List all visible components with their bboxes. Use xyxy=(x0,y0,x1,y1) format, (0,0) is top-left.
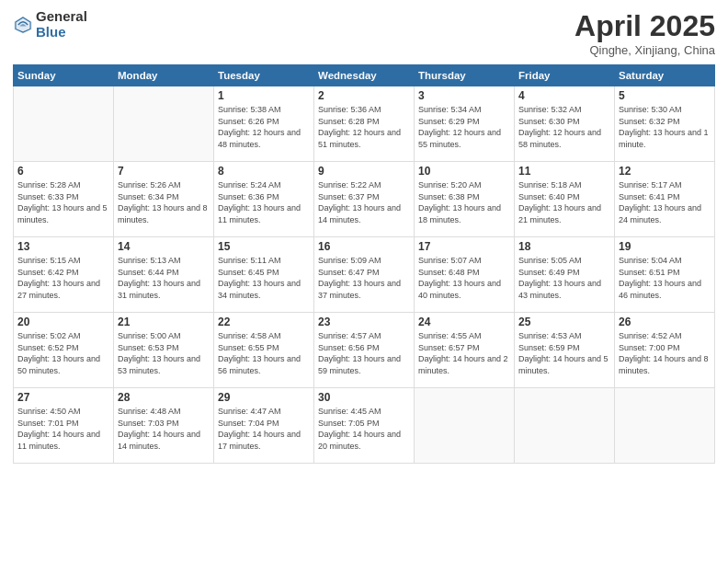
header: General Blue April 2025 Qinghe, Xinjiang… xyxy=(13,9,715,57)
calendar-cell: 24Sunrise: 4:55 AM Sunset: 6:57 PM Dayli… xyxy=(415,313,515,388)
day-number: 11 xyxy=(518,165,610,178)
day-info: Sunrise: 4:55 AM Sunset: 6:57 PM Dayligh… xyxy=(418,330,510,376)
weekday-header: Saturday xyxy=(615,65,715,86)
logo-text: General Blue xyxy=(36,9,87,40)
calendar-cell: 27Sunrise: 4:50 AM Sunset: 7:01 PM Dayli… xyxy=(14,388,114,464)
weekday-header: Sunday xyxy=(14,65,114,86)
calendar-cell: 13Sunrise: 5:15 AM Sunset: 6:42 PM Dayli… xyxy=(14,237,114,313)
calendar-cell: 1Sunrise: 5:38 AM Sunset: 6:26 PM Daylig… xyxy=(214,86,314,162)
day-number: 4 xyxy=(518,89,610,102)
calendar-cell xyxy=(615,388,715,464)
calendar-cell: 22Sunrise: 4:58 AM Sunset: 6:55 PM Dayli… xyxy=(214,313,314,388)
day-number: 22 xyxy=(218,316,310,328)
day-info: Sunrise: 5:26 AM Sunset: 6:34 PM Dayligh… xyxy=(118,179,210,225)
day-number: 7 xyxy=(118,165,210,178)
calendar-cell xyxy=(114,86,214,162)
calendar-cell: 8Sunrise: 5:24 AM Sunset: 6:36 PM Daylig… xyxy=(214,162,314,237)
calendar-cell: 18Sunrise: 5:05 AM Sunset: 6:49 PM Dayli… xyxy=(515,237,615,313)
day-number: 5 xyxy=(619,89,711,102)
day-info: Sunrise: 5:00 AM Sunset: 6:53 PM Dayligh… xyxy=(118,330,210,376)
day-info: Sunrise: 5:36 AM Sunset: 6:28 PM Dayligh… xyxy=(318,104,410,150)
calendar-cell: 9Sunrise: 5:22 AM Sunset: 6:37 PM Daylig… xyxy=(314,162,415,237)
calendar-cell: 28Sunrise: 4:48 AM Sunset: 7:03 PM Dayli… xyxy=(114,388,214,464)
day-info: Sunrise: 5:17 AM Sunset: 6:41 PM Dayligh… xyxy=(619,179,711,225)
day-number: 18 xyxy=(518,240,610,253)
calendar-cell: 15Sunrise: 5:11 AM Sunset: 6:45 PM Dayli… xyxy=(214,237,314,313)
day-info: Sunrise: 4:47 AM Sunset: 7:04 PM Dayligh… xyxy=(218,406,310,452)
calendar-cell: 2Sunrise: 5:36 AM Sunset: 6:28 PM Daylig… xyxy=(314,86,415,162)
calendar-cell: 25Sunrise: 4:53 AM Sunset: 6:59 PM Dayli… xyxy=(515,313,615,388)
calendar-cell: 10Sunrise: 5:20 AM Sunset: 6:38 PM Dayli… xyxy=(415,162,515,237)
day-info: Sunrise: 5:02 AM Sunset: 6:52 PM Dayligh… xyxy=(17,330,109,376)
day-info: Sunrise: 5:05 AM Sunset: 6:49 PM Dayligh… xyxy=(518,255,610,301)
logo: General Blue xyxy=(13,9,87,40)
calendar-table: SundayMondayTuesdayWednesdayThursdayFrid… xyxy=(13,64,715,464)
calendar-week-row: 13Sunrise: 5:15 AM Sunset: 6:42 PM Dayli… xyxy=(14,237,715,313)
day-number: 26 xyxy=(619,316,711,328)
day-number: 14 xyxy=(118,240,210,253)
day-number: 20 xyxy=(17,316,109,328)
calendar-cell: 23Sunrise: 4:57 AM Sunset: 6:56 PM Dayli… xyxy=(314,313,415,388)
day-number: 27 xyxy=(17,391,109,404)
calendar-cell: 26Sunrise: 4:52 AM Sunset: 7:00 PM Dayli… xyxy=(615,313,715,388)
day-info: Sunrise: 5:22 AM Sunset: 6:37 PM Dayligh… xyxy=(318,179,410,225)
day-info: Sunrise: 5:38 AM Sunset: 6:26 PM Dayligh… xyxy=(218,104,310,150)
calendar-cell: 6Sunrise: 5:28 AM Sunset: 6:33 PM Daylig… xyxy=(14,162,114,237)
day-info: Sunrise: 5:18 AM Sunset: 6:40 PM Dayligh… xyxy=(518,179,610,225)
day-number: 15 xyxy=(218,240,310,253)
day-number: 3 xyxy=(418,89,510,102)
day-info: Sunrise: 5:28 AM Sunset: 6:33 PM Dayligh… xyxy=(17,179,109,225)
day-info: Sunrise: 4:58 AM Sunset: 6:55 PM Dayligh… xyxy=(218,330,310,376)
calendar-cell: 7Sunrise: 5:26 AM Sunset: 6:34 PM Daylig… xyxy=(114,162,214,237)
day-info: Sunrise: 4:45 AM Sunset: 7:05 PM Dayligh… xyxy=(318,406,410,452)
day-info: Sunrise: 5:20 AM Sunset: 6:38 PM Dayligh… xyxy=(418,179,510,225)
title-month: April 2025 xyxy=(574,9,715,43)
day-number: 13 xyxy=(17,240,109,253)
day-number: 2 xyxy=(318,89,410,102)
weekday-header: Friday xyxy=(515,65,615,86)
weekday-header: Wednesday xyxy=(314,65,415,86)
calendar-header-row: SundayMondayTuesdayWednesdayThursdayFrid… xyxy=(14,65,715,86)
calendar-week-row: 6Sunrise: 5:28 AM Sunset: 6:33 PM Daylig… xyxy=(14,162,715,237)
day-info: Sunrise: 5:11 AM Sunset: 6:45 PM Dayligh… xyxy=(218,255,310,301)
day-info: Sunrise: 5:09 AM Sunset: 6:47 PM Dayligh… xyxy=(318,255,410,301)
day-number: 10 xyxy=(418,165,510,178)
day-info: Sunrise: 5:32 AM Sunset: 6:30 PM Dayligh… xyxy=(518,104,610,150)
day-info: Sunrise: 4:50 AM Sunset: 7:01 PM Dayligh… xyxy=(17,406,109,452)
calendar-week-row: 27Sunrise: 4:50 AM Sunset: 7:01 PM Dayli… xyxy=(14,388,715,464)
calendar-cell: 20Sunrise: 5:02 AM Sunset: 6:52 PM Dayli… xyxy=(14,313,114,388)
calendar-cell: 17Sunrise: 5:07 AM Sunset: 6:48 PM Dayli… xyxy=(415,237,515,313)
day-info: Sunrise: 5:15 AM Sunset: 6:42 PM Dayligh… xyxy=(17,255,109,301)
calendar-cell: 12Sunrise: 5:17 AM Sunset: 6:41 PM Dayli… xyxy=(615,162,715,237)
logo-blue: Blue xyxy=(36,25,87,40)
day-number: 16 xyxy=(318,240,410,253)
day-number: 9 xyxy=(318,165,410,178)
logo-icon xyxy=(13,15,33,35)
day-number: 21 xyxy=(118,316,210,328)
day-info: Sunrise: 5:13 AM Sunset: 6:44 PM Dayligh… xyxy=(118,255,210,301)
day-info: Sunrise: 5:34 AM Sunset: 6:29 PM Dayligh… xyxy=(418,104,510,150)
day-number: 29 xyxy=(218,391,310,404)
weekday-header: Monday xyxy=(114,65,214,86)
day-number: 12 xyxy=(619,165,711,178)
calendar-cell: 5Sunrise: 5:30 AM Sunset: 6:32 PM Daylig… xyxy=(615,86,715,162)
weekday-header: Tuesday xyxy=(214,65,314,86)
calendar-cell: 4Sunrise: 5:32 AM Sunset: 6:30 PM Daylig… xyxy=(515,86,615,162)
calendar-week-row: 1Sunrise: 5:38 AM Sunset: 6:26 PM Daylig… xyxy=(14,86,715,162)
title-location: Qinghe, Xinjiang, China xyxy=(574,43,715,57)
day-number: 19 xyxy=(619,240,711,253)
day-info: Sunrise: 5:04 AM Sunset: 6:51 PM Dayligh… xyxy=(619,255,711,301)
day-info: Sunrise: 5:30 AM Sunset: 6:32 PM Dayligh… xyxy=(619,104,711,150)
day-number: 6 xyxy=(17,165,109,178)
page-container: General Blue April 2025 Qinghe, Xinjiang… xyxy=(0,0,728,563)
calendar-week-row: 20Sunrise: 5:02 AM Sunset: 6:52 PM Dayli… xyxy=(14,313,715,388)
day-number: 17 xyxy=(418,240,510,253)
calendar-cell xyxy=(515,388,615,464)
logo-general: General xyxy=(36,9,87,25)
calendar-cell: 19Sunrise: 5:04 AM Sunset: 6:51 PM Dayli… xyxy=(615,237,715,313)
calendar-cell: 11Sunrise: 5:18 AM Sunset: 6:40 PM Dayli… xyxy=(515,162,615,237)
day-info: Sunrise: 5:07 AM Sunset: 6:48 PM Dayligh… xyxy=(418,255,510,301)
calendar-cell: 29Sunrise: 4:47 AM Sunset: 7:04 PM Dayli… xyxy=(214,388,314,464)
day-number: 30 xyxy=(318,391,410,404)
day-info: Sunrise: 4:53 AM Sunset: 6:59 PM Dayligh… xyxy=(518,330,610,376)
